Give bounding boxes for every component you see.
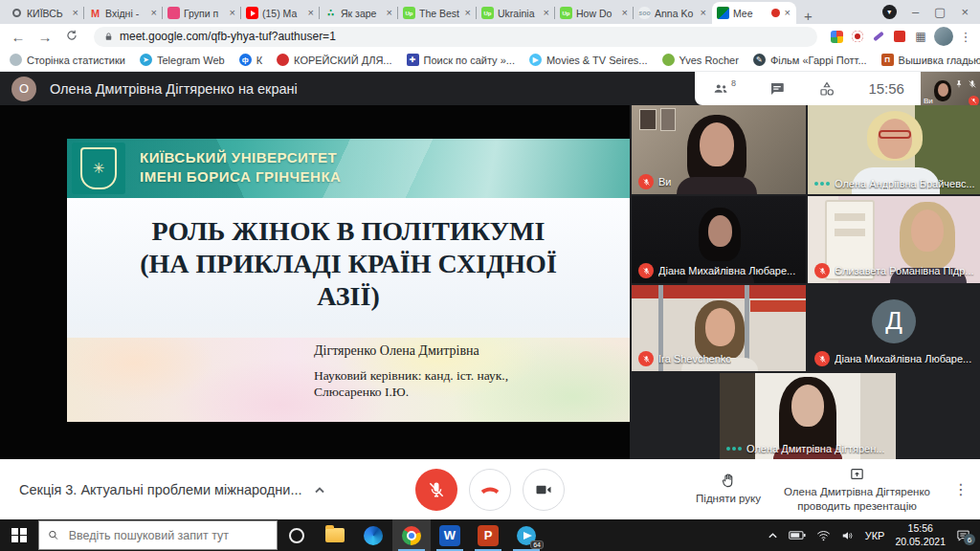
- k-site-icon: ф: [239, 54, 252, 66]
- participant-tile-diana-avatar[interactable]: Д Діана Михайлівна Любаре...: [808, 285, 980, 371]
- battery-icon[interactable]: [789, 530, 806, 540]
- tab-upwork-ukraine[interactable]: Up Ukrainia ×: [477, 2, 555, 24]
- participant-tile-vy[interactable]: Ви: [632, 105, 806, 194]
- tab-close-icon[interactable]: ×: [784, 7, 791, 19]
- folder-icon: [325, 528, 345, 542]
- tab-how-register[interactable]: ∴ Як заре ×: [320, 2, 398, 24]
- university-line1: КИЇВСЬКИЙ УНІВЕРСИТЕТ: [140, 148, 341, 167]
- hang-up-button[interactable]: [469, 469, 511, 511]
- feather-extension-icon[interactable]: [871, 29, 886, 44]
- participants-count-badge: 8: [731, 78, 736, 88]
- tab-close-icon[interactable]: ×: [150, 7, 158, 19]
- mic-toggle-button[interactable]: [415, 469, 457, 511]
- participant-name: Єлизавета Романівна Підр...: [835, 265, 974, 276]
- bookmark-label: Поиск по сайту »...: [424, 55, 515, 66]
- speaking-indicator-icon: [726, 447, 742, 451]
- file-explorer-button[interactable]: [316, 519, 354, 551]
- browser-menu-icon[interactable]: ⋮: [959, 30, 972, 44]
- tab-groups[interactable]: Групи п ×: [163, 2, 241, 24]
- participant-tile-diana-video[interactable]: Діана Михайлівна Любаре...: [632, 196, 806, 283]
- tab-close-icon[interactable]: ×: [229, 7, 236, 19]
- chat-button[interactable]: [768, 80, 786, 98]
- chevron-up-icon[interactable]: [314, 486, 325, 494]
- language-indicator[interactable]: УКР: [865, 530, 885, 541]
- clock-date[interactable]: 15:56 20.05.2021: [895, 522, 946, 547]
- bookmark-sitesearch[interactable]: ✚Поиск по сайту »...: [407, 54, 515, 66]
- bookmark-k[interactable]: фК: [239, 54, 262, 66]
- record-extension-icon[interactable]: [850, 29, 865, 44]
- tab-label: Anna Ko: [655, 8, 696, 19]
- powerpoint-button[interactable]: P: [469, 519, 507, 551]
- window-close-button[interactable]: ×: [961, 5, 969, 19]
- profile-avatar[interactable]: [934, 27, 953, 46]
- selfview-thumbnail[interactable]: Ви: [921, 72, 980, 107]
- activities-button[interactable]: [818, 80, 835, 98]
- word-button[interactable]: W: [431, 519, 469, 551]
- participants-button[interactable]: 8: [711, 80, 736, 98]
- tab-close-icon[interactable]: ×: [464, 7, 472, 19]
- meeting-title-area[interactable]: Секція 3. Актуальні проблеми міжнародни.…: [19, 459, 325, 519]
- raise-hand-button[interactable]: Підняти руку: [696, 473, 761, 505]
- chat-icon: [768, 80, 786, 98]
- activities-shapes-icon: [818, 80, 835, 98]
- embroidery-icon: П: [881, 54, 894, 66]
- film-icon: ✎: [753, 54, 766, 66]
- wifi-icon[interactable]: [816, 530, 831, 541]
- tab-upwork-how[interactable]: Up How Do ×: [555, 2, 634, 24]
- participant-tile-olena-d[interactable]: Олена Дмитрівна Дігтярен...: [720, 373, 896, 459]
- forward-button[interactable]: →: [34, 29, 56, 45]
- bookmark-korean[interactable]: КОРЕЙСКИЙ ДЛЯ...: [277, 54, 391, 66]
- chrome-button[interactable]: [392, 519, 431, 551]
- participants-panel: Ви Олена Андріївна Брайчевс...: [632, 105, 980, 459]
- bookmark-embroidery[interactable]: ПВышивка гладью....: [881, 54, 980, 66]
- tab-label: How Do: [576, 8, 617, 19]
- new-tab-button[interactable]: +: [804, 8, 813, 24]
- meeting-clock: 15:56: [868, 80, 904, 97]
- tab-university-site[interactable]: КИЇВСЬ ×: [6, 2, 84, 24]
- presenting-status[interactable]: Олена Дмитрівна Дігтяренко проводить пре…: [784, 466, 930, 513]
- cortana-button[interactable]: [278, 519, 316, 551]
- home-extension-icon[interactable]: [829, 29, 844, 44]
- window-minimize-button[interactable]: –: [912, 5, 919, 19]
- tab-close-icon[interactable]: ×: [386, 7, 393, 19]
- address-bar[interactable]: meet.google.com/qfb-yhya-tuf?authuser=1: [94, 27, 817, 47]
- tab-youtube[interactable]: (15) Ма ×: [241, 2, 320, 24]
- more-options-icon[interactable]: ⋮: [953, 480, 967, 498]
- bookmark-film[interactable]: ✎Фільм «Гаррі Потт...: [753, 54, 867, 66]
- tab-close-icon[interactable]: ×: [543, 7, 550, 19]
- reload-button[interactable]: [61, 29, 82, 45]
- tab-label: Вхідні -: [105, 8, 146, 19]
- tab-anna[interactable]: soo Anna Ko ×: [634, 2, 712, 24]
- university-logo: ✳: [72, 143, 125, 194]
- camera-toggle-button[interactable]: [523, 469, 565, 511]
- bookmark-stats[interactable]: Сторінка статистики: [10, 54, 125, 66]
- tab-meet-active[interactable]: Мее ×: [712, 2, 796, 24]
- tray-chevron-icon[interactable]: [768, 532, 778, 540]
- extensions-puzzle-icon[interactable]: ▦: [913, 29, 928, 44]
- back-button[interactable]: ←: [8, 29, 29, 45]
- mic-muted-icon: [814, 351, 830, 366]
- speaking-indicator-icon: [814, 182, 830, 186]
- tab-close-icon[interactable]: ×: [621, 7, 629, 19]
- media-control-icon[interactable]: ▾: [882, 5, 897, 19]
- search-input[interactable]: [67, 528, 268, 543]
- tab-gmail-inbox[interactable]: M Вхідні - ×: [84, 2, 163, 24]
- lock-extension-icon[interactable]: [892, 29, 907, 44]
- action-center-button[interactable]: 6: [956, 529, 970, 541]
- telegram-button[interactable]: 64: [507, 519, 546, 551]
- participant-tile-yelyzaveta[interactable]: Єлизавета Романівна Підр...: [808, 196, 980, 283]
- start-button[interactable]: [0, 519, 38, 551]
- taskbar-search[interactable]: [38, 520, 278, 550]
- tab-upwork-best[interactable]: Up The Best ×: [398, 2, 477, 24]
- window-maximize-button[interactable]: ▢: [934, 5, 946, 19]
- tab-close-icon[interactable]: ×: [307, 7, 315, 19]
- participant-tile-olena-a[interactable]: Олена Андріївна Брайчевс...: [808, 105, 980, 194]
- bookmark-yvesrocher[interactable]: Yves Rocher: [662, 54, 739, 66]
- tab-close-icon[interactable]: ×: [700, 7, 707, 19]
- volume-icon[interactable]: [841, 530, 855, 541]
- bookmark-movies[interactable]: ▶Movies & TV Seires...: [529, 54, 648, 66]
- bookmark-telegram[interactable]: ➤Telegram Web: [140, 54, 225, 66]
- edge-button[interactable]: [354, 519, 392, 551]
- tab-close-icon[interactable]: ×: [72, 7, 79, 19]
- participant-tile-ira[interactable]: Ira Shevchenko: [632, 285, 806, 371]
